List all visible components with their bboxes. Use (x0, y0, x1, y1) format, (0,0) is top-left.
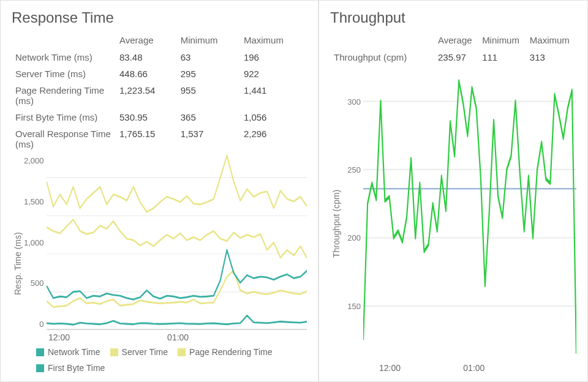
throughput-table: Average Minimum Maximum Throughput (cpm)… (330, 32, 576, 66)
metric-min: 63 (177, 49, 240, 66)
legend-item: Network Time (36, 347, 100, 357)
metric-min: 955 (177, 82, 240, 109)
metric-max: 196 (240, 49, 307, 66)
chart-series-line (47, 315, 307, 324)
col-min: Minimum (177, 32, 240, 49)
metric-avg: 448.66 (116, 66, 177, 82)
table-row: Throughput (cpm)235.97111313 (330, 49, 576, 66)
col-avg: Average (116, 32, 177, 49)
table-row: Overall Response Time (ms)1,765.151,5372… (12, 125, 307, 152)
metric-max: 1,441 (240, 82, 307, 109)
col-max: Maximum (526, 32, 576, 49)
tp-y-axis-label: Throughput (cpm) (330, 74, 342, 373)
table-row: Server Time (ms)448.66295922 (12, 66, 307, 82)
legend-label: Page Rendering Time (189, 347, 272, 357)
legend-swatch (110, 348, 118, 356)
metric-name: Page Rendering Time (ms) (12, 82, 116, 109)
metric-avg: 530.95 (116, 109, 177, 125)
tp-y-ticks: 300250200150 (342, 74, 363, 361)
legend-label: Network Time (48, 347, 100, 357)
rt-y-ticks: 2,0001,5001,0005000 (24, 155, 47, 330)
metric-name: First Byte Time (ms) (12, 109, 116, 125)
metric-max: 1,056 (240, 109, 307, 125)
metric-avg: 235.97 (434, 49, 478, 66)
response-time-panel: Response Time Average Minimum Maximum Ne… (0, 0, 318, 382)
response-time-legend: Network TimeServer TimePage Rendering Ti… (24, 342, 307, 373)
chart-series-line (47, 155, 307, 212)
metric-avg: 1,765.15 (116, 125, 177, 152)
legend-swatch (36, 348, 44, 356)
legend-label: Server Time (122, 347, 168, 357)
metric-max: 313 (526, 49, 576, 66)
legend-item: Server Time (110, 347, 168, 357)
legend-item: Page Rendering Time (178, 347, 272, 357)
metric-avg: 1,223.54 (116, 82, 177, 109)
col-min: Minimum (478, 32, 526, 49)
chart-series-line (47, 271, 307, 307)
table-row: First Byte Time (ms)530.953651,056 (12, 109, 307, 125)
metric-min: 365 (177, 109, 240, 125)
chart-series-line (363, 81, 576, 354)
chart-series-line (47, 220, 307, 258)
throughput-title: Throughput (330, 9, 576, 26)
legend-item: First Byte Time (36, 363, 105, 373)
metric-avg: 83.48 (116, 49, 177, 66)
metric-name: Server Time (ms) (12, 66, 116, 82)
throughput-chart (363, 74, 576, 361)
response-time-title: Response Time (12, 9, 307, 26)
col-max: Maximum (240, 32, 307, 49)
response-time-chart (47, 155, 307, 330)
col-avg: Average (434, 32, 478, 49)
metric-min: 1,537 (177, 125, 240, 152)
metric-max: 922 (240, 66, 307, 82)
table-row: Page Rendering Time (ms)1,223.549551,441 (12, 82, 307, 109)
response-time-table: Average Minimum Maximum Network Time (ms… (12, 32, 307, 152)
metric-name: Throughput (cpm) (330, 49, 434, 66)
rt-y-axis-label: Resp. Time (ms) (12, 155, 24, 373)
legend-swatch (36, 364, 44, 372)
rt-x-ticks: 12:00 01:00 (24, 330, 307, 342)
table-row: Network Time (ms)83.4863196 (12, 49, 307, 66)
legend-swatch (178, 348, 186, 356)
metric-min: 295 (177, 66, 240, 82)
metric-max: 2,296 (240, 125, 307, 152)
throughput-panel: Throughput Average Minimum Maximum Throu… (318, 0, 588, 382)
tp-x-ticks: 12:00 01:00 (342, 361, 576, 373)
legend-label: First Byte Time (48, 363, 105, 373)
metric-name: Network Time (ms) (12, 49, 116, 66)
metric-name: Overall Response Time (ms) (12, 125, 116, 152)
metric-min: 111 (478, 49, 526, 66)
